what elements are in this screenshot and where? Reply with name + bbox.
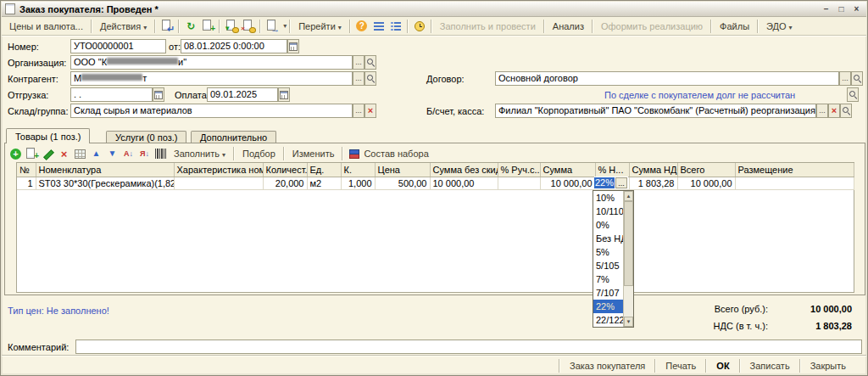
tab-goods[interactable]: Товары (1 поз.): [6, 128, 90, 143]
shipment-calendar-button[interactable]: [153, 87, 164, 102]
barcode-icon[interactable]: [153, 147, 168, 160]
post-icon[interactable]: ↵: [159, 19, 175, 33]
edo-menu-button[interactable]: ЭДО▾: [761, 21, 798, 31]
account-open-button[interactable]: [840, 104, 852, 118]
sort-ascending-icon[interactable]: А↓: [121, 147, 136, 160]
timer-icon[interactable]: [412, 19, 427, 33]
end-edit-icon[interactable]: [73, 147, 87, 160]
contract-open-button[interactable]: [851, 71, 863, 86]
vat-option[interactable]: 5/105: [593, 259, 623, 272]
scrollbar-thumb[interactable]: [624, 201, 633, 286]
cell-sum[interactable]: 10 000,00: [540, 177, 595, 189]
ok-button[interactable]: ОК: [709, 361, 736, 371]
chevron-down-icon[interactable]: ▾: [283, 22, 287, 30]
vat-option[interactable]: 7%: [593, 272, 623, 286]
number-field[interactable]: УТО00000001: [70, 39, 166, 53]
scroll-down-icon[interactable]: ▼: [624, 317, 633, 327]
warehouse-clear-button[interactable]: ×: [364, 104, 376, 118]
debt-open-button[interactable]: [847, 87, 859, 102]
order-menu-button[interactable]: Заказ покупателя: [563, 361, 652, 371]
payment-date-field[interactable]: 09.01.2025: [207, 87, 278, 102]
cell-number[interactable]: 1: [17, 177, 36, 189]
maximize-button[interactable]: □: [835, 3, 848, 14]
save-button[interactable]: Записать: [743, 361, 797, 371]
actions-menu-button[interactable]: Действия▾: [95, 21, 152, 31]
move-down-icon[interactable]: ▼: [105, 147, 120, 160]
edit-row-icon[interactable]: [41, 147, 55, 160]
contractor-open-button[interactable]: [364, 71, 376, 86]
cell-price[interactable]: 500,00: [375, 177, 430, 189]
copy-row-icon[interactable]: +: [25, 147, 39, 160]
help-icon[interactable]: ?: [354, 19, 370, 33]
copy-document-icon[interactable]: +: [200, 19, 215, 33]
add-row-icon[interactable]: +: [8, 147, 23, 160]
cell-vat-sum[interactable]: 1 803,28: [629, 177, 677, 189]
debt-status-link[interactable]: По сделке с покупателем долг не рассчита…: [604, 90, 795, 100]
cell-characteristic[interactable]: [174, 177, 263, 189]
contract-select-button[interactable]: ...: [839, 71, 851, 86]
contractor-select-button[interactable]: ...: [353, 71, 364, 86]
sort-descending-icon[interactable]: Я↓: [137, 147, 152, 160]
organization-open-button[interactable]: [364, 55, 376, 70]
date-calendar-button[interactable]: [287, 39, 299, 53]
minimize-button[interactable]: –: [820, 3, 832, 14]
warehouse-field[interactable]: Склад сырья и материалов: [70, 104, 353, 118]
vat-option[interactable]: Без НДС: [593, 232, 623, 245]
account-field[interactable]: Филиал "Корпоративный" ПАО "Совкомбанк" …: [495, 104, 816, 118]
vat-option[interactable]: 10%: [593, 191, 623, 205]
vat-option[interactable]: 10/110: [593, 205, 623, 218]
comment-field[interactable]: [75, 340, 862, 354]
refresh-icon[interactable]: ↻: [183, 19, 198, 33]
date-field[interactable]: 08.01.2025 0:00:00: [181, 39, 287, 53]
contract-field[interactable]: Основной договор: [495, 71, 839, 86]
account-select-button[interactable]: ...: [816, 104, 828, 118]
cell-total[interactable]: 10 000,00: [677, 177, 735, 189]
cell-nomenclature[interactable]: ST03 30*30(Грескерамика)(1,82D...: [36, 177, 174, 189]
warehouse-select-button[interactable]: ...: [353, 104, 364, 118]
print-button[interactable]: Печать: [659, 361, 703, 371]
analysis-button[interactable]: Анализ: [548, 21, 589, 31]
shipment-date-field[interactable]: . .: [70, 87, 153, 102]
settings-list-icon[interactable]: [388, 19, 403, 33]
move-up-icon[interactable]: ▲: [89, 147, 103, 160]
organization-select-button[interactable]: ...: [353, 55, 364, 70]
unpost-document-icon[interactable]: ×: [241, 19, 256, 33]
files-button[interactable]: Файлы: [715, 21, 754, 31]
cell-unit[interactable]: м2: [307, 177, 341, 189]
vat-rate-editor[interactable]: 22% ...: [594, 177, 628, 189]
organization-field[interactable]: ООО "Ки": [70, 55, 353, 70]
vat-option[interactable]: 7/107: [593, 286, 623, 300]
prices-currency-button[interactable]: Цены и валюта...: [4, 21, 88, 31]
vat-option-selected[interactable]: 22%: [593, 300, 623, 313]
delete-row-icon[interactable]: ×: [57, 147, 71, 160]
tab-services[interactable]: Услуги (0 поз.): [106, 131, 186, 143]
table-row[interactable]: 1 ST03 30*30(Грескерамика)(1,82D... 20,0…: [17, 177, 854, 189]
vat-option[interactable]: 0%: [593, 218, 623, 232]
scroll-up-icon[interactable]: ▲: [624, 191, 633, 201]
kit-contents-button[interactable]: Состав набора: [362, 149, 433, 159]
close-button[interactable]: ×: [850, 3, 863, 14]
cell-coefficient[interactable]: 1,000: [341, 177, 375, 189]
cell-sum-no-discount[interactable]: 10 000,00: [430, 177, 498, 189]
create-sale-button[interactable]: Оформить реализацию: [596, 21, 708, 31]
pick-button[interactable]: Подбор: [237, 149, 281, 159]
cell-quantity[interactable]: 20,000: [263, 177, 307, 189]
fill-menu-button[interactable]: Заполнить▾: [169, 149, 231, 159]
fill-and-post-button[interactable]: Заполнить и провести: [435, 21, 541, 31]
goto-menu-button[interactable]: Перейти▾: [293, 21, 347, 31]
structure-icon[interactable]: [371, 19, 387, 33]
dropdown-scrollbar[interactable]: ▲ ▼: [623, 191, 633, 327]
payment-calendar-button[interactable]: [278, 87, 290, 102]
cell-manual-discount[interactable]: [498, 177, 540, 189]
cell-placement[interactable]: [735, 177, 854, 189]
output-document-icon[interactable]: →: [264, 19, 280, 33]
vat-option[interactable]: 5%: [593, 245, 623, 259]
vat-rate-select-button[interactable]: ...: [615, 177, 627, 188]
account-clear-button[interactable]: ×: [828, 104, 840, 118]
vat-option[interactable]: 22/122: [593, 313, 623, 327]
contractor-field[interactable]: Мт: [70, 71, 353, 86]
tab-additional[interactable]: Дополнительно: [191, 131, 276, 143]
close-form-button[interactable]: Закрыть: [804, 361, 853, 371]
post-document-icon[interactable]: ▼: [224, 19, 239, 33]
change-button[interactable]: Изменить: [287, 149, 340, 159]
